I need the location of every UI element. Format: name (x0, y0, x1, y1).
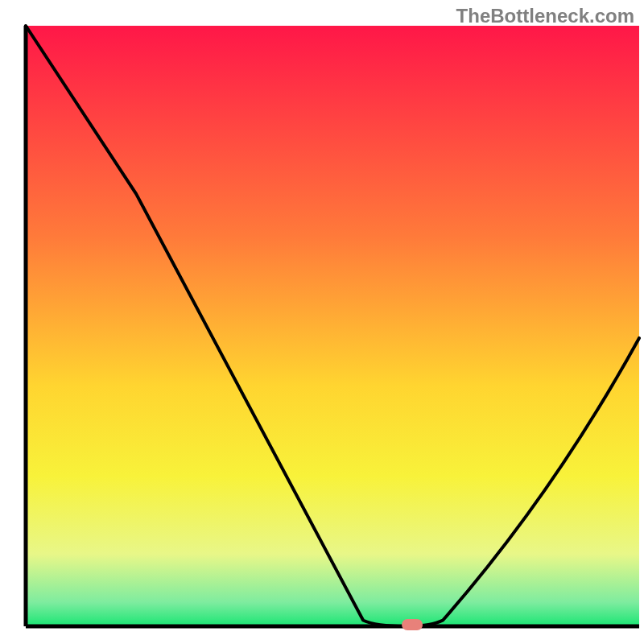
plot-background (26, 26, 639, 626)
attribution-text: TheBottleneck.com (456, 5, 634, 27)
notch-marker (402, 619, 423, 630)
chart-svg (0, 0, 644, 644)
chart-container: TheBottleneck.com (0, 0, 644, 644)
